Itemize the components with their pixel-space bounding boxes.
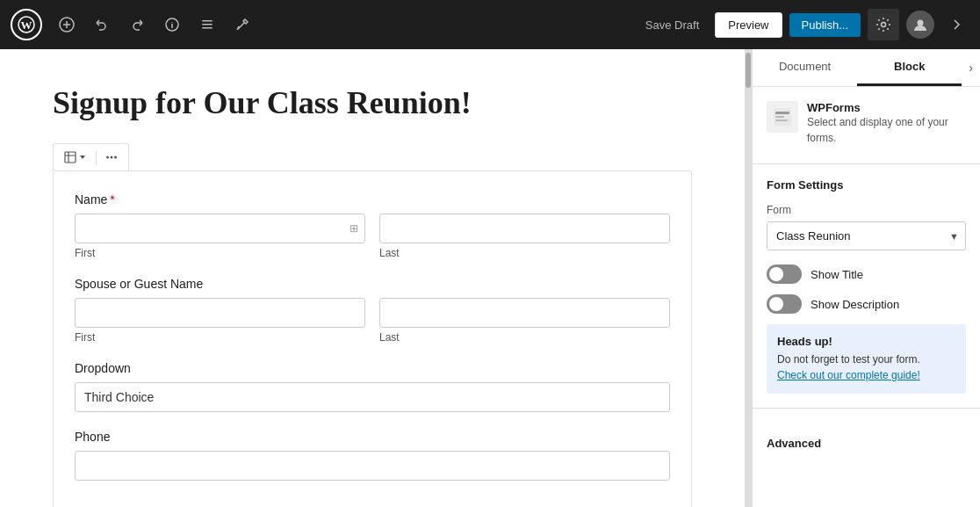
tab-block[interactable]: Block [857, 49, 962, 86]
spouse-first-input[interactable] [75, 298, 365, 328]
info-button[interactable] [158, 11, 186, 39]
block-toolbar [53, 143, 129, 170]
svg-point-8 [918, 20, 924, 26]
svg-rect-15 [775, 116, 784, 118]
spouse-field-group: Spouse or Guest Name First Last [75, 277, 670, 344]
spouse-last-input[interactable] [379, 298, 670, 328]
name-last-col: Last [379, 214, 670, 259]
form-select[interactable]: Class Reunion Contact Form Registration [767, 221, 966, 250]
settings-button[interactable] [868, 9, 899, 40]
block-more-options-button[interactable] [100, 148, 123, 167]
wordpress-logo[interactable]: W [11, 9, 42, 40]
form-settings-title: Form Settings [767, 178, 966, 192]
heads-up-text: Do not forget to test your form. Check o… [777, 351, 955, 383]
name-row: ⊞ First Last [75, 214, 670, 259]
spouse-first-sublabel: First [75, 331, 365, 344]
name-field-group: Name* ⊞ First [75, 192, 670, 259]
scrollbar[interactable] [745, 49, 752, 507]
undo-button[interactable] [88, 11, 116, 39]
user-avatar[interactable] [906, 11, 934, 39]
phone-field-group: Phone [75, 430, 670, 481]
sidebar-collapse-button[interactable]: › [962, 49, 980, 86]
list-view-button[interactable] [193, 11, 221, 39]
input-icon: ⊞ [349, 222, 358, 235]
svg-rect-9 [65, 152, 76, 163]
name-last-input[interactable] [379, 214, 670, 243]
required-indicator: * [110, 192, 114, 206]
redo-button[interactable] [123, 11, 151, 39]
preview-button[interactable]: Preview [715, 12, 782, 38]
show-title-toggle[interactable] [767, 264, 802, 284]
sidebar-content: WPForms Select and display one of your f… [753, 87, 980, 423]
show-description-toggle[interactable] [767, 294, 802, 314]
svg-point-12 [114, 156, 117, 159]
spouse-last-col: Last [379, 298, 670, 344]
heads-up-box: Heads up! Do not forget to test your for… [767, 324, 966, 394]
spouse-row: First Last [75, 298, 670, 344]
tab-document[interactable]: Document [753, 49, 857, 86]
show-description-label: Show Description [811, 298, 899, 311]
name-first-sublabel: First [75, 247, 365, 259]
divider-1 [753, 163, 980, 164]
heads-up-title: Heads up! [777, 335, 955, 348]
dropdown-input[interactable] [75, 382, 670, 412]
form-field-label: Form [767, 204, 966, 216]
page-title: Signup for Our Class Reunion! [53, 84, 692, 122]
svg-rect-14 [775, 112, 789, 114]
form-select-wrapper: Class Reunion Contact Form Registration … [767, 221, 966, 250]
advanced-title: Advanced [767, 437, 966, 450]
toolbar-right: Save Draft Preview Publish... [637, 9, 969, 40]
dropdown-label: Dropdown [75, 361, 670, 375]
show-title-label: Show Title [811, 268, 863, 281]
name-label: Name* [75, 192, 670, 206]
block-type-button[interactable] [59, 148, 92, 167]
heads-up-link[interactable]: Check out our complete guide! [777, 369, 920, 381]
add-block-button[interactable] [53, 11, 81, 39]
plugin-icon [767, 101, 798, 133]
spouse-label: Spouse or Guest Name [75, 277, 670, 291]
form-container: Name* ⊞ First [53, 170, 692, 507]
publish-button[interactable]: Publish... [789, 13, 861, 37]
tools-button[interactable] [228, 11, 256, 39]
svg-point-11 [111, 156, 113, 159]
name-first-col: ⊞ First [75, 214, 365, 259]
plugin-description: Select and display one of your forms. [807, 114, 966, 146]
advanced-section: Advanced [753, 423, 980, 464]
divider-2 [753, 408, 980, 409]
name-first-input-wrapper: ⊞ [75, 214, 365, 243]
svg-rect-5 [202, 24, 213, 25]
spouse-last-sublabel: Last [379, 331, 670, 344]
svg-rect-6 [202, 27, 213, 29]
save-draft-button[interactable]: Save Draft [637, 13, 708, 37]
phone-label: Phone [75, 430, 670, 444]
scroll-thumb [746, 53, 751, 88]
show-description-row: Show Description [767, 294, 966, 314]
svg-rect-16 [775, 120, 788, 121]
svg-text:W: W [21, 18, 32, 32]
show-title-row: Show Title [767, 264, 966, 284]
svg-rect-4 [202, 20, 213, 22]
svg-point-7 [882, 23, 886, 27]
name-first-input[interactable] [75, 214, 365, 243]
more-options-button[interactable] [941, 11, 969, 39]
svg-point-10 [106, 156, 109, 159]
plugin-block-info: WPForms Select and display one of your f… [767, 101, 966, 146]
right-sidebar: Document Block › WPForms Select and disp… [752, 49, 980, 507]
spouse-first-col: First [75, 298, 365, 344]
plugin-text: WPForms Select and display one of your f… [807, 101, 966, 146]
name-last-sublabel: Last [379, 247, 670, 259]
plugin-name: WPForms [807, 101, 966, 114]
main-layout: Signup for Our Class Reunion! [0, 49, 980, 507]
sidebar-tabs: Document Block › [753, 49, 980, 87]
toolbar: W Save Draft Preview Publish... [0, 0, 980, 49]
editor-content: Signup for Our Class Reunion! [0, 49, 745, 507]
dropdown-field-group: Dropdown [75, 361, 670, 412]
phone-input[interactable] [75, 451, 670, 481]
